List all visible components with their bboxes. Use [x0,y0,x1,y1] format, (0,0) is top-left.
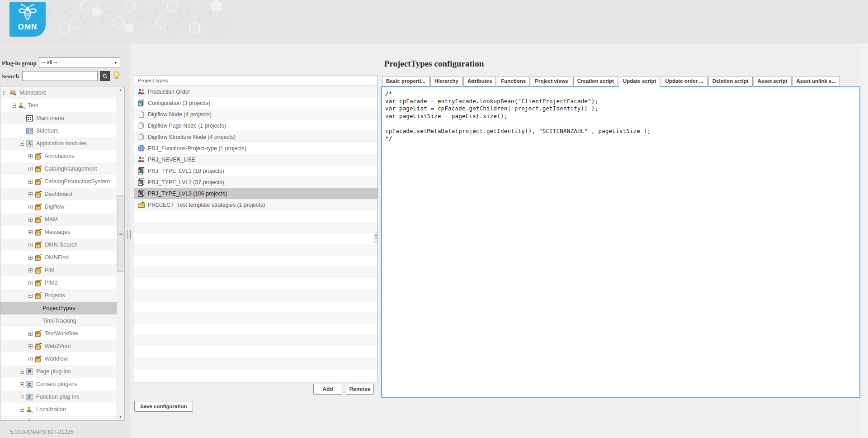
project-type-row-prj-type-lvl2-37-projects[interactable]: 2PRJ_TYPE_LVL2 (37 projects) [134,176,377,188]
tab-deletion-script[interactable]: Deletion script [708,76,753,86]
tree-item-dashboard[interactable]: +Dashboard [0,188,117,200]
tree-item-function-plug-ins[interactable]: +FFunction plug-ins [0,390,117,403]
tree-item-mam[interactable]: +MAM [0,213,117,226]
project-type-row-prj-functions-project-type-1-projects[interactable]: PRJ_Functions-Project-type (1 projects) [134,143,377,154]
expand-icon[interactable]: + [20,408,24,412]
expand-icon[interactable]: + [28,205,33,209]
docs-stack-icon [137,122,145,129]
expand-icon[interactable]: + [28,154,33,158]
docs-stack-icon [137,133,145,141]
tree-item-digiflow[interactable]: +Digiflow [0,200,117,213]
tree-item-test[interactable]: −Test [0,99,117,112]
expand-icon[interactable]: + [28,268,33,272]
expand-icon[interactable]: + [28,230,33,234]
tree-item-label: Projects [45,292,65,299]
tree-item-label: PIM [45,267,55,273]
tree-item-pim2[interactable]: +PIM2 [0,276,117,289]
tree-item-label: Mandators [19,90,46,96]
expand-icon[interactable]: + [20,370,24,374]
page-title: ProjectTypes configuration [0,59,868,69]
project-type-row-prj-type-lvl3-106-projects[interactable]: 3PRJ_TYPE_LVL3 (106 projects) [134,188,377,199]
tree-item-omn-search[interactable]: +OMN-Search [0,238,117,251]
tree-item-application-modules[interactable]: −AApplication modules [0,137,117,150]
tree-item-localization[interactable]: +Localization [0,403,117,416]
tab-update-script[interactable]: Update script [619,76,660,88]
empty-list-row [134,357,377,369]
tab-functions[interactable]: Functions [497,76,530,86]
tree-item-projecttypes[interactable]: ProjectTypes [0,302,117,314]
expand-icon[interactable]: + [20,382,24,386]
search-button[interactable] [100,71,110,81]
tree-item-workflow[interactable]: +Workflow [0,352,117,365]
expand-icon[interactable]: + [28,218,33,222]
save-configuration-button[interactable]: Save configuration [134,401,193,412]
tree-item-mandators[interactable]: −Mandators [0,86,117,99]
tree-item-annotations[interactable]: +Annotations [0,150,117,162]
tree-item-content-plug-ins[interactable]: +CContent plug-ins [0,378,117,390]
script-editor[interactable]: /*var cpFacade = entryFacade.lookupBean(… [381,86,860,398]
search-input[interactable] [22,71,98,81]
collapse-icon[interactable]: − [20,142,24,146]
list-splitter-thumb[interactable] [374,231,378,243]
tab-attributes[interactable]: Attributes [463,76,496,86]
expand-icon[interactable]: + [28,357,33,361]
tree-item-item[interactable] [0,416,117,420]
tree-item-sidebars[interactable]: Sidebars [0,124,117,137]
expand-icon[interactable]: + [28,256,33,260]
version-label: 5.10.0-SNAPSHOT-21225 [10,429,73,435]
tree-scrollbar[interactable]: ▲ ▼ [117,86,124,420]
project-type-row-production-order[interactable]: Production Order [134,86,377,97]
expand-icon[interactable]: + [20,395,24,399]
tree-item-label: MAM [45,216,58,223]
remove-button[interactable]: Remove [346,384,374,395]
expand-icon[interactable]: + [28,332,33,336]
project-type-row-configuration-3-projects[interactable]: Configuration (3 projects) [134,97,377,109]
collapse-icon[interactable]: − [12,104,16,108]
tree-item-main-menu[interactable]: Main menu [0,112,117,124]
project-type-row-digiflow-node-4-projects[interactable]: Digiflow Node (4 projects) [134,109,377,120]
module-icon [34,152,42,160]
tree-item-web2print[interactable]: +Web2Print [0,340,117,352]
collapse-icon[interactable]: − [3,91,7,95]
project-type-row-digiflow-structure-node-4-projects[interactable]: Digiflow Structure Node (4 projects) [134,131,377,143]
scroll-down-icon[interactable]: ▼ [117,414,124,420]
tree-item-catalogmanagement[interactable]: +CatalogManagement [0,162,117,175]
collapse-icon[interactable]: − [28,294,33,298]
panel-splitter-handle[interactable] [127,230,132,240]
empty-list-row [134,324,377,335]
expand-icon[interactable]: + [28,192,33,196]
tab-basic-properti[interactable]: Basic properti... [382,76,429,86]
tree-item-timetracking[interactable]: TimeTracking [0,314,117,327]
tab-update-order[interactable]: Update order ... [661,76,707,86]
add-button[interactable]: Add [313,384,342,395]
tree-item-projects[interactable]: −Projects [0,289,117,302]
tab-asset-script[interactable]: Asset script [754,76,792,86]
tab-creation-script[interactable]: Creation script [573,76,618,86]
expand-icon[interactable]: + [28,180,33,184]
tree-item-messages[interactable]: +Messages [0,226,117,238]
tree-item-catalogproductionsystem[interactable]: +CatalogProductionSystem [0,175,117,188]
project-type-row-prj-type-lvl1-18-projects[interactable]: 1PRJ_TYPE_LVL1 (18 projects) [134,165,377,176]
project-type-row-prj-never-use[interactable]: PRJ_NEVER_USE [134,154,377,165]
expand-icon[interactable]: + [28,344,33,348]
expand-icon[interactable]: + [28,281,33,285]
tree-item-label: OMN-Search [45,242,78,248]
window-scrollbar-gutter[interactable] [863,43,868,438]
tree-scrollbar-thumb[interactable] [118,195,123,272]
tab-hierarchy[interactable]: Hierarchy [430,76,462,86]
hint-button[interactable] [112,71,121,81]
header-band: OMN [0,0,868,43]
tree-item-page-plug-ins[interactable]: +PPage plug-ins [0,365,117,378]
tree-item-label: ProjectTypes [42,305,75,311]
tab-asset-unlink-s[interactable]: Asset unlink s... [793,76,840,86]
tab-project-views[interactable]: Project views [531,76,572,86]
module-icon [34,292,42,300]
project-type-row-digiflow-page-node-1-projects[interactable]: Digiflow Page Node (1 projects) [134,120,377,131]
tree-item-omnfind[interactable]: +OMNFind [0,251,117,264]
scroll-up-icon[interactable]: ▲ [117,86,124,93]
expand-icon[interactable]: + [28,167,33,171]
expand-icon[interactable]: + [28,243,33,247]
project-type-row-project-test-template-strategies-1-projects[interactable]: PROJECT_Test template strategies (1 proj… [134,199,377,210]
tree-item-textworkflow[interactable]: +TextWorkflow [0,327,117,340]
tree-item-pim[interactable]: +PIM [0,264,117,276]
